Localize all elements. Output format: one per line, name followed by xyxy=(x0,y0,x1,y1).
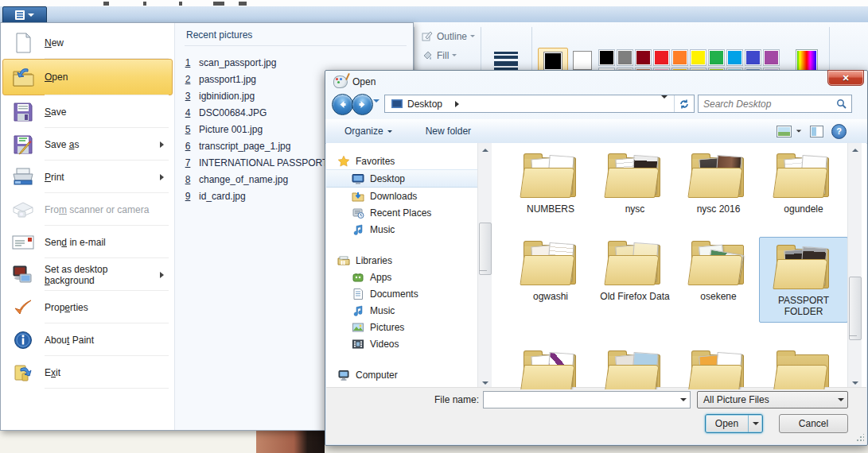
folder-item[interactable] xyxy=(511,347,590,389)
recent-places-icon xyxy=(352,207,364,219)
palette-color-swatch[interactable] xyxy=(617,49,633,66)
fill-button[interactable]: Fill xyxy=(422,49,457,61)
file-name-input[interactable] xyxy=(484,392,676,408)
palette-color-swatch[interactable] xyxy=(708,49,725,66)
close-button[interactable]: ✕ xyxy=(827,70,864,86)
file-type-dropdown-button[interactable] xyxy=(834,398,847,401)
paint-menu-button[interactable] xyxy=(2,6,47,24)
recent-picture-item[interactable]: 1scan_passport.jpg xyxy=(185,54,413,71)
menu-item-set-as-desktop-background[interactable]: Set as desktop background xyxy=(2,258,173,291)
palette-color-swatch[interactable] xyxy=(653,49,670,66)
tree-item-documents[interactable]: Documents xyxy=(326,285,477,302)
file-name-combobox[interactable] xyxy=(483,391,691,408)
help-button[interactable]: ? xyxy=(831,124,847,139)
file-name-dropdown-button[interactable] xyxy=(676,392,690,408)
folder-item[interactable] xyxy=(679,347,758,389)
pictures-icon xyxy=(352,321,364,334)
menu-item-save[interactable]: Save xyxy=(2,95,173,128)
organize-button[interactable]: Organize xyxy=(337,119,400,143)
tree-item-pictures[interactable]: Pictures xyxy=(326,319,477,335)
desktop-background-icon xyxy=(11,263,35,287)
search-input[interactable] xyxy=(699,99,836,110)
recent-locations-dropdown[interactable] xyxy=(373,103,380,114)
tree-item-apps[interactable]: Apps xyxy=(326,269,477,285)
folder-item-passport-folder[interactable]: PASSPORT FOLDER xyxy=(759,237,848,323)
folder-item[interactable] xyxy=(595,347,675,389)
folder-item-ogundele[interactable]: ogundele xyxy=(764,149,843,215)
folder-item-old-firefox-data[interactable]: Old Firefox Data xyxy=(595,237,675,302)
menu-item-exit[interactable]: Exit xyxy=(2,356,173,389)
menu-item-from-scanner-or-camera[interactable]: From scanner or camera xyxy=(2,193,173,226)
tree-item-downloads[interactable]: Downloads xyxy=(326,188,477,204)
back-arrow-icon xyxy=(337,99,348,110)
scrollbar-thumb[interactable] xyxy=(479,223,492,275)
folder-item-nysc-2016[interactable]: nysc 2016 xyxy=(679,149,758,215)
folder-item[interactable] xyxy=(764,347,843,389)
refresh-button[interactable] xyxy=(674,95,694,112)
scroll-up-icon[interactable] xyxy=(848,143,862,157)
menu-item-save-as[interactable]: Save as xyxy=(2,128,173,161)
navigation-tree: FavoritesDesktopDownloadsRecent PlacesMu… xyxy=(326,143,477,389)
dialog-content-area: FavoritesDesktopDownloadsRecent PlacesMu… xyxy=(326,143,866,389)
resize-grip[interactable] xyxy=(856,434,864,442)
search-box[interactable] xyxy=(698,95,852,113)
folder-item-numbers[interactable]: NUMBERS xyxy=(511,149,590,215)
scroll-up-icon[interactable] xyxy=(478,143,492,157)
tree-item-music[interactable]: Music xyxy=(326,221,477,238)
tree-item-desktop[interactable]: Desktop xyxy=(326,169,477,188)
tree-item-music[interactable]: Music xyxy=(326,302,477,319)
menu-item-label: About Paint xyxy=(45,335,172,346)
file-list-scrollbar[interactable] xyxy=(847,143,862,389)
tree-scrollbar[interactable] xyxy=(477,143,492,389)
outline-button[interactable]: Outline xyxy=(422,30,475,42)
palette-color-swatch[interactable] xyxy=(671,49,688,66)
tree-item-videos[interactable]: Videos xyxy=(326,335,477,352)
forward-button[interactable] xyxy=(352,94,373,115)
scrollbar-thumb[interactable] xyxy=(849,277,862,340)
breadcrumb-location[interactable]: Desktop xyxy=(407,99,442,110)
menu-item-about-paint[interactable]: About Paint xyxy=(2,323,173,356)
menu-item-label: Open xyxy=(45,72,172,83)
breadcrumb[interactable]: Desktop xyxy=(385,95,465,112)
menu-item-new[interactable]: New xyxy=(2,26,173,59)
palette-color-swatch[interactable] xyxy=(745,49,761,66)
tree-item-libraries[interactable]: Libraries xyxy=(326,252,477,269)
palette-color-swatch[interactable] xyxy=(763,49,780,66)
palette-color-swatch[interactable] xyxy=(726,49,743,66)
palette-color-swatch[interactable] xyxy=(690,49,706,66)
scanner-icon xyxy=(11,198,35,222)
recent-item-number: 7 xyxy=(185,157,191,168)
tree-item-computer[interactable]: Computer xyxy=(326,366,477,383)
recent-item-number: 2 xyxy=(185,74,191,85)
new-folder-button[interactable]: New folder xyxy=(418,119,479,143)
title-text-fragment xyxy=(103,2,109,6)
folder-name: PASSPORT FOLDER xyxy=(764,295,843,317)
breadcrumb-arrow-icon[interactable] xyxy=(455,101,459,107)
views-button[interactable] xyxy=(777,126,802,137)
cancel-button[interactable]: Cancel xyxy=(779,414,848,433)
menu-item-send-in-e-mail[interactable]: Send in e-mail xyxy=(2,226,173,258)
dialog-bottom-panel: File name: All Picture Files Open Cancel xyxy=(326,387,866,444)
organize-label: Organize xyxy=(344,126,383,137)
menu-item-label: Send in e-mail xyxy=(45,237,172,248)
address-bar[interactable]: Desktop xyxy=(384,95,695,113)
back-button[interactable] xyxy=(332,94,353,115)
folder-item-ogwashi[interactable]: ogwashi xyxy=(511,237,590,302)
address-dropdown[interactable] xyxy=(655,99,674,110)
palette-color-swatch[interactable] xyxy=(598,49,615,66)
folder-item-osekene[interactable]: osekene xyxy=(679,237,758,302)
folder-item-nysc[interactable]: nysc xyxy=(595,149,675,215)
folder-name: nysc xyxy=(595,203,675,215)
preview-pane-button[interactable] xyxy=(810,126,823,137)
menu-item-label: Properties xyxy=(45,302,172,313)
open-split-dropdown[interactable] xyxy=(748,415,762,432)
palette-color-swatch[interactable] xyxy=(635,49,652,66)
menu-item-properties[interactable]: Properties xyxy=(2,291,173,323)
open-button[interactable]: Open xyxy=(705,414,763,433)
dialog-titlebar[interactable]: Open ✕ xyxy=(325,71,867,92)
file-type-select[interactable]: All Picture Files xyxy=(697,391,848,408)
menu-item-print[interactable]: Print xyxy=(2,161,173,193)
menu-item-open[interactable]: Open xyxy=(2,59,173,95)
tree-item-favorites[interactable]: Favorites xyxy=(326,153,477,169)
tree-item-recent-places[interactable]: Recent Places xyxy=(326,204,477,221)
